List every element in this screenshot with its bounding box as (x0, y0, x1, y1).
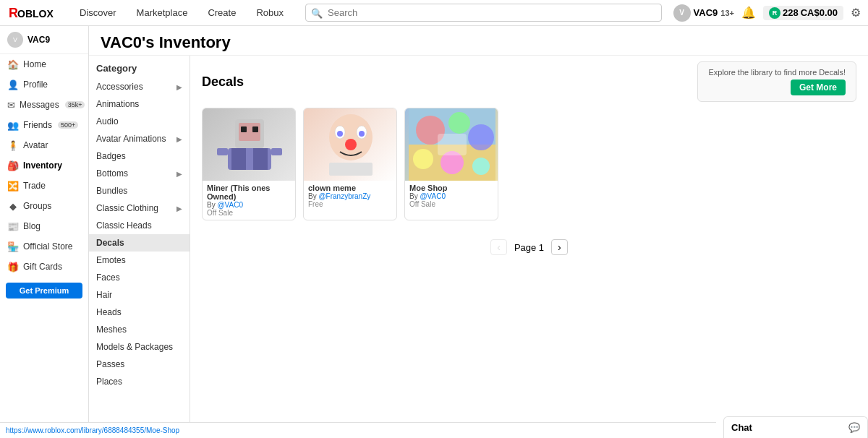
sidebar-item-messages[interactable]: ✉ Messages 35k+ (0, 95, 88, 115)
robux-display[interactable]: R 228 CA$0.00 (763, 6, 843, 20)
item-card-moe[interactable]: Moe Shop By @VAC0 Off Sale (404, 108, 498, 220)
chat-icon: 💬 (848, 422, 860, 433)
explore-text: Explore the library to find more Decals! (708, 68, 846, 77)
category-meshes[interactable]: Meshes (89, 321, 190, 338)
category-emotes[interactable]: Emotes (89, 252, 190, 269)
settings-icon[interactable]: ⚙ (851, 6, 861, 20)
category-label-bundles: Bundles (96, 186, 127, 196)
logo[interactable]: R OBLOX (7, 4, 58, 22)
sidebar-user[interactable]: V VAC9 (0, 26, 88, 54)
category-bottoms[interactable]: Bottoms ▶ (89, 165, 190, 182)
sidebar-label-groups: Groups (23, 201, 51, 211)
sidebar-item-inventory[interactable]: 🎒 Inventory (0, 155, 88, 176)
trade-icon: 🔀 (7, 180, 19, 192)
user-info[interactable]: V VAC9 13+ (673, 4, 734, 22)
sidebar-item-home[interactable]: 🏠 Home (0, 54, 88, 74)
category-avatar-animations[interactable]: Avatar Animations ▶ (89, 130, 190, 147)
category-heads[interactable]: Heads (89, 304, 190, 321)
svg-point-26 (472, 158, 490, 175)
item-creator-moe: By @VAC0 (409, 192, 493, 200)
category-badges[interactable]: Badges (89, 147, 190, 165)
category-label-emotes: Emotes (96, 255, 126, 265)
main-area: V VAC9 🏠 Home 👤 Profile ✉ Messages 35k+ … (0, 26, 868, 438)
sidebar-label-home: Home (23, 59, 46, 69)
sidebar-item-trade[interactable]: 🔀 Trade (0, 176, 88, 196)
items-panel-header: Decals Explore the library to find more … (190, 56, 868, 108)
sidebar-label-profile: Profile (23, 80, 48, 90)
category-places[interactable]: Places (89, 373, 190, 390)
category-decals[interactable]: Decals (89, 234, 190, 252)
chat-bar[interactable]: Chat 💬 (723, 416, 868, 438)
svg-point-16 (337, 131, 343, 137)
item-info-moe: Moe Shop By @VAC0 Off Sale (405, 181, 498, 211)
sidebar-item-gift-cards[interactable]: 🎁 Gift Cards (0, 257, 88, 277)
category-faces[interactable]: Faces (89, 269, 190, 286)
item-status-clown: Free (308, 200, 392, 208)
nav-marketplace[interactable]: Marketplace (127, 0, 198, 26)
sidebar-item-official-store[interactable]: 🏪 Official Store (0, 236, 88, 257)
item-card-miner[interactable]: Miner (This ones Owned) By @VAC0 Off Sal… (202, 108, 296, 220)
category-label-classic-clothing: Classic Clothing (96, 203, 158, 213)
svg-point-23 (468, 124, 494, 150)
currency-display: CA$0.00 (801, 7, 838, 18)
svg-rect-5 (241, 126, 247, 132)
category-models[interactable]: Models & Packages (89, 338, 190, 356)
creator-link-miner[interactable]: @VAC0 (217, 201, 243, 209)
sidebar: V VAC9 🏠 Home 👤 Profile ✉ Messages 35k+ … (0, 26, 89, 438)
explore-box: Explore the library to find more Decals!… (697, 61, 856, 102)
blog-icon: 📰 (7, 220, 19, 232)
category-label-avatar-animations: Avatar Animations (96, 134, 166, 144)
robux-amount: 228 (783, 7, 799, 18)
category-animations[interactable]: Animations (89, 95, 190, 113)
inventory-title: VAC0's Inventory (89, 26, 868, 56)
search-container: 🔍 (305, 4, 662, 22)
category-passes[interactable]: Passes (89, 356, 190, 373)
category-accessories[interactable]: Accessories ▶ (89, 78, 190, 95)
category-hair[interactable]: Hair (89, 286, 190, 304)
groups-icon: ◆ (7, 200, 19, 212)
nav-discover[interactable]: Discover (69, 0, 127, 26)
category-label-passes: Passes (96, 359, 124, 369)
sidebar-label-blog: Blog (23, 221, 41, 231)
friends-icon: 👥 (7, 119, 19, 131)
category-label-faces: Faces (96, 272, 120, 283)
category-label-hair: Hair (96, 290, 112, 300)
sidebar-item-blog[interactable]: 📰 Blog (0, 216, 88, 236)
pagination-next[interactable]: › (551, 239, 568, 255)
item-card-clown[interactable]: clown meme By @FranzybranZy Free (303, 108, 397, 220)
chevron-right-icon-3: ▶ (176, 170, 182, 178)
category-classic-clothing[interactable]: Classic Clothing ▶ (89, 199, 190, 217)
category-audio[interactable]: Audio (89, 113, 190, 130)
content-area: VAC0's Inventory Category Accessories ▶ … (89, 26, 868, 438)
sidebar-item-avatar[interactable]: 🧍 Avatar (0, 135, 88, 155)
category-label-classic-heads: Classic Heads (96, 220, 152, 231)
items-grid: Miner (This ones Owned) By @VAC0 Off Sal… (190, 108, 868, 232)
category-label-bottoms: Bottoms (96, 168, 128, 179)
chevron-right-icon-2: ▶ (176, 135, 182, 143)
nav-robux[interactable]: Robux (246, 0, 294, 26)
get-more-button[interactable]: Get More (791, 80, 846, 95)
get-premium-button[interactable]: Get Premium (6, 283, 82, 299)
sidebar-label-gift-cards: Gift Cards (23, 262, 62, 272)
nav-create[interactable]: Create (197, 0, 246, 26)
active-category-title: Decals (202, 74, 244, 90)
messages-badge: 35k+ (65, 101, 85, 108)
notifications-button[interactable]: 🔔 (741, 6, 756, 20)
search-input[interactable] (305, 4, 662, 22)
svg-rect-11 (271, 148, 282, 155)
item-name-moe: Moe Shop (409, 184, 493, 192)
category-bundles[interactable]: Bundles (89, 182, 190, 199)
item-image-clown (304, 108, 397, 181)
messages-icon: ✉ (7, 99, 15, 111)
status-url: https://www.roblox.com/library/688848435… (6, 426, 179, 434)
sidebar-item-groups[interactable]: ◆ Groups (0, 196, 88, 216)
item-status-moe: Off Sale (409, 200, 493, 208)
sidebar-item-friends[interactable]: 👥 Friends 500+ (0, 115, 88, 135)
friends-badge: 500+ (58, 121, 78, 129)
pagination-prev[interactable]: ‹ (490, 239, 507, 255)
creator-link-clown[interactable]: @FranzybranZy (318, 192, 370, 200)
item-info-clown: clown meme By @FranzybranZy Free (304, 181, 396, 211)
creator-link-moe[interactable]: @VAC0 (420, 192, 446, 200)
category-classic-heads[interactable]: Classic Heads (89, 217, 190, 234)
sidebar-item-profile[interactable]: 👤 Profile (0, 74, 88, 95)
